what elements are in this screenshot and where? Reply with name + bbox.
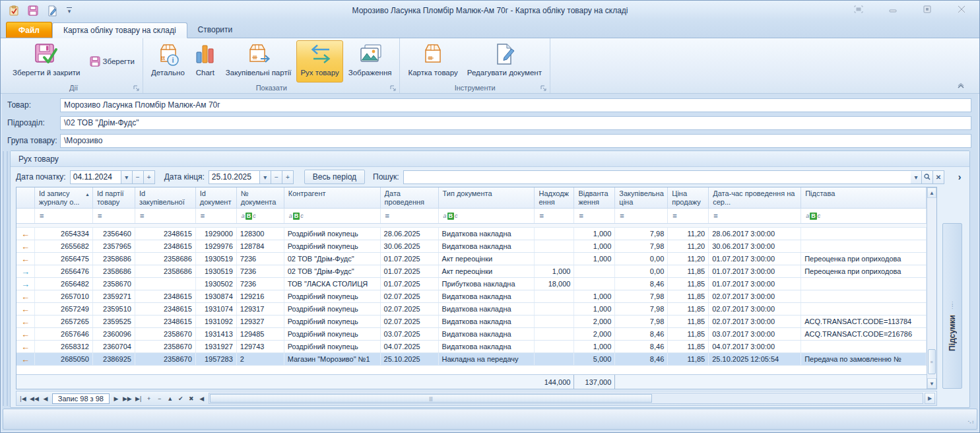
minus-icon[interactable]: − [133,170,144,184]
filter-cell-doc-number[interactable]: aBc [237,209,284,223]
filter-cell-server-datetime[interactable]: = [709,209,801,223]
minimize-icon[interactable] [884,3,901,15]
filter-cell-contragent[interactable]: aBc [284,209,381,223]
column-header-doc-number[interactable]: № документа [237,187,284,209]
filter-cell-purchase-price[interactable]: = [615,209,668,223]
clear-search-icon[interactable]: ✕ [933,170,944,184]
prior-page-button[interactable]: ◀◀ [28,395,40,402]
filter-cell-id-journal[interactable]: = [35,209,93,223]
department-field[interactable]: \02 ТОВ "Дрім-Фудс" [60,116,971,130]
chart-button[interactable]: Chart [190,40,220,83]
expand-panel-icon[interactable]: › [954,172,965,182]
date-start-editor[interactable]: 04.11.2024 ▾ − + [70,170,155,184]
restore-icon[interactable] [919,3,936,15]
collapse-navigator-button[interactable]: ◀ [197,395,207,402]
end-edit-button[interactable]: ✔ [176,395,186,402]
column-header-indicator[interactable] [16,187,35,209]
vertical-scroll-thumb[interactable]: ≡ [928,349,936,374]
column-header-income[interactable]: Надходження [535,187,574,209]
table-row[interactable]: →2656482235867019305027236ТОВ "ЛАСКА СТО… [16,278,927,290]
table-row[interactable]: ←2656475235868623586861930519723602 ТОВ … [16,253,927,265]
table-row[interactable]: ←2655682235796523486151929976128784Роздр… [16,240,927,253]
filter-cell-outcome[interactable]: = [574,209,615,223]
chevron-down-icon[interactable]: ▾ [121,170,133,184]
column-header-sale-price[interactable]: Ціна продажу [668,187,709,209]
search-input[interactable] [403,170,911,184]
scroll-right-icon[interactable]: ▶ [925,393,935,404]
vertical-scrollbar[interactable]: ▲ ≡ ▼ [927,187,936,389]
date-end-editor[interactable]: 25.10.2025 ▾ − + [209,170,294,184]
table-row[interactable]: ←2657646236009623586701931413129485Роздр… [16,328,927,341]
date-end-value[interactable]: 25.10.2025 [209,170,260,184]
next-page-button[interactable]: ▶▶ [121,395,133,402]
column-header-id-document[interactable]: Id документа [196,187,237,209]
scroll-up-icon[interactable]: ▲ [927,187,936,198]
toolbar-options-icon[interactable]: ▾ [65,7,74,14]
table-row[interactable]: ←2657249235951023486151931074129317Роздр… [16,303,927,316]
first-record-button[interactable]: |◀ [18,395,28,402]
details-button[interactable]: tti Детально [147,40,189,83]
horizontal-scroll-thumb[interactable]: ||| [210,394,652,403]
table-row[interactable]: ←2654334235646023486151929000128300Роздр… [16,228,927,240]
goods-group-field[interactable]: \Морозиво [60,134,971,148]
plus-icon[interactable]: + [282,170,294,184]
save-and-close-button[interactable]: Зберегти й закрити [9,40,84,83]
close-icon[interactable] [953,3,970,15]
save-button[interactable]: Зберегти [86,55,139,68]
tab-create[interactable]: Створити [187,22,244,38]
append-button[interactable]: + [144,395,154,402]
filter-cell-id-batch[interactable]: = [93,209,135,223]
filter-cell-id-document[interactable]: = [196,209,237,223]
chevron-down-icon[interactable]: ▾ [911,170,922,184]
column-header-outcome[interactable]: Відвантаження [574,187,615,209]
column-header-id-batch[interactable]: Id партії товару [93,187,135,209]
tab-card-accounting[interactable]: Картка обліку товару на складі [52,22,187,38]
left-splitter[interactable] [3,151,8,406]
totals-side-tab[interactable]: ⋮⋮ Підсумки [942,223,962,389]
dialog-launcher-icon[interactable] [133,85,140,92]
paste-check-icon[interactable] [7,4,20,17]
filter-cell-indicator[interactable] [16,209,35,223]
images-button[interactable]: Зображення [344,40,396,83]
filter-cell-income[interactable]: = [535,209,574,223]
filter-cell-id-purchase-batch[interactable]: = [135,209,196,223]
search-icon[interactable] [922,170,933,184]
column-header-id-journal[interactable]: Id запису журналу о...▲ [35,187,93,209]
cancel-edit-button[interactable]: ✖ [186,395,197,402]
table-row[interactable]: ←2658312236070423586701931927129743Роздр… [16,341,927,353]
filter-cell-sale-price[interactable]: = [668,209,709,223]
minus-icon[interactable]: − [271,170,282,184]
resize-grip-icon[interactable]: ⠢⠆ [967,420,974,427]
delete-button[interactable]: − [154,395,165,402]
filter-cell-date-conducted[interactable]: = [381,209,439,223]
next-record-button[interactable]: ▶ [111,395,121,402]
plus-icon[interactable]: + [144,170,155,184]
dialog-launcher-icon[interactable] [540,85,547,92]
horizontal-scrollbar[interactable]: ||| [209,393,923,404]
scroll-down-icon[interactable]: ▼ [927,378,936,389]
column-header-purchase-price[interactable]: Закупівельна ціна [615,187,668,209]
column-header-date-conducted[interactable]: Дата проведення [381,187,439,209]
goods-movement-button[interactable]: Рух товару [296,40,343,83]
chevron-down-icon[interactable]: ▾ [260,170,271,184]
filter-cell-doc-type[interactable]: aBc [439,209,535,223]
column-header-doc-type[interactable]: Тип документа [439,187,535,209]
column-header-contragent[interactable]: Контрагент [284,187,381,209]
edit-document-icon[interactable] [46,4,59,17]
filter-cell-basis[interactable]: aBc [801,209,927,223]
table-row[interactable]: ←26850502386925235867019572832Магазин "М… [16,353,927,366]
whole-period-button[interactable]: Весь період [304,170,365,184]
date-start-value[interactable]: 04.11.2024 [70,170,121,184]
save-icon[interactable] [26,4,40,17]
last-record-button[interactable]: ▶| [133,395,144,402]
dialog-launcher-icon[interactable] [390,85,397,92]
collapse-ribbon-icon[interactable] [957,83,965,89]
table-row[interactable]: ←2657010235927123486151930874129216Роздр… [16,290,927,303]
goods-card-button[interactable]: Картка товару [404,40,461,83]
table-row[interactable]: ←2657265235952523486151931092129327Роздр… [16,316,927,328]
column-header-basis[interactable]: Підстава [801,187,927,209]
column-header-server-datetime[interactable]: Дата-час проведення на сер... [709,187,801,209]
edit-button[interactable]: ▲ [165,395,176,402]
vertical-scroll-track[interactable]: ≡ [927,198,936,378]
purchase-batches-button[interactable]: Закупівельні партії [222,40,296,83]
